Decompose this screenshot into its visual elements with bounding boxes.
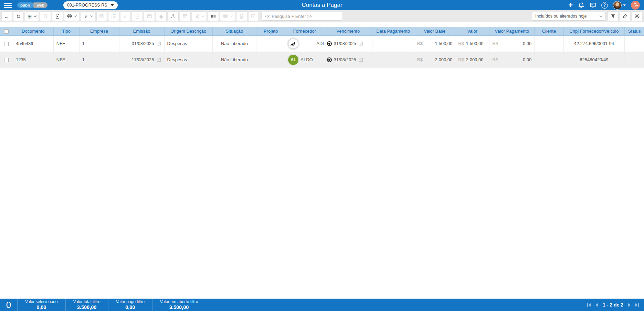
cell-origem_descricao: Despesas <box>164 52 212 68</box>
user-avatar[interactable] <box>613 1 622 10</box>
column-header-fornecedor[interactable]: Fornecedor <box>285 27 324 35</box>
first-page-icon[interactable] <box>586 302 592 308</box>
column-header-projeto[interactable]: Projeto <box>256 27 285 35</box>
contas-a-pagar-page: { "app": { "title": "Contas a Pagar", "l… <box>0 0 644 311</box>
user-menu[interactable] <box>613 1 626 10</box>
row-checkbox[interactable] <box>4 42 9 46</box>
toolbar-buttons: ←↻⊞☒✓◆☑ <box>1 11 259 21</box>
help-icon[interactable]: ? <box>601 2 608 9</box>
notifications-bell-icon[interactable] <box>578 2 584 9</box>
previous-page-icon[interactable] <box>594 302 600 308</box>
radio-indicator-icon <box>327 57 332 62</box>
sort-button[interactable] <box>80 11 95 21</box>
column-header-emissao[interactable]: Emissão <box>119 27 164 35</box>
file-remove-button <box>132 11 143 21</box>
column-header-data_pagamento[interactable]: Data Pagamento <box>372 27 414 35</box>
column-header-vencimento[interactable]: Vencimento <box>324 27 372 35</box>
list-numbered-icon <box>111 13 116 19</box>
cell-text: NFE <box>56 41 65 46</box>
eraser-icon <box>622 13 628 19</box>
sort-icon <box>83 13 88 19</box>
refresh-button[interactable]: ↻ <box>13 11 24 21</box>
export-excel-button[interactable] <box>52 11 63 21</box>
barcode-button[interactable] <box>208 11 219 21</box>
cell-emissao: 01/08/2025 <box>119 35 164 52</box>
coins-button <box>220 11 235 21</box>
next-page-icon[interactable] <box>626 302 632 308</box>
cell-origem_descricao: Despesas <box>164 35 212 52</box>
search-input[interactable] <box>262 12 342 21</box>
cell-amount: 1.500,00 <box>466 41 484 46</box>
delete-button <box>40 11 51 21</box>
currency-prefix: R$ <box>492 41 498 46</box>
column-header-cliente[interactable]: Cliente <box>535 27 563 35</box>
hamburger-menu-icon[interactable] <box>4 3 12 8</box>
last-page-icon[interactable] <box>634 302 640 308</box>
monitor-icon[interactable] <box>590 2 596 9</box>
file-excel-icon <box>55 13 60 19</box>
filter-dropdown[interactable]: Incluídos ou alterados hoje <box>532 12 605 21</box>
chevron-down-icon <box>600 14 602 17</box>
column-header-situacao[interactable]: Situação <box>212 27 256 35</box>
row-checkbox[interactable] <box>4 58 9 62</box>
currency-prefix: R$ <box>417 57 423 62</box>
radio-indicator-icon <box>327 41 332 46</box>
cell-documento: 1235 <box>13 52 53 68</box>
calendar-icon <box>358 57 363 62</box>
column-header-valor_pagamento[interactable]: Valor Pagamento <box>489 27 535 35</box>
currency-prefix: R$ <box>492 57 498 62</box>
column-header-sel[interactable] <box>0 27 13 35</box>
column-header-tipo[interactable]: Tipo <box>53 27 79 35</box>
column-header-cnpj_fornecedor_veiculo[interactable]: Cnpj Fornecedor/Veículo <box>563 27 625 35</box>
logout-button[interactable] <box>631 1 640 10</box>
select-all-checkbox[interactable] <box>4 29 9 34</box>
company-selector-value: 001-PROGRESS RS <box>67 3 107 8</box>
settings-button[interactable] <box>632 11 643 21</box>
column-header-status[interactable]: Status <box>625 27 644 35</box>
chevron-down-icon <box>90 14 93 17</box>
chevron-down-icon <box>110 4 114 6</box>
add-button[interactable]: ⊞ <box>25 11 39 21</box>
bottom-bar: 0 Valor selecionado0,00Valor total filtr… <box>0 299 644 311</box>
table-row[interactable]: 4545489NFE101/08/2025DespesasNão Liberad… <box>0 35 644 52</box>
column-header-documento[interactable]: Documento <box>13 27 53 35</box>
cell-vencimento: 31/08/2025 <box>324 52 372 68</box>
x-square-icon: ☒ <box>99 14 104 19</box>
table-row[interactable]: 1235NFE117/08/2025DespesasNão LiberadoAL… <box>0 52 644 68</box>
column-header-valor_base[interactable]: Valor Base <box>414 27 455 35</box>
filter-button[interactable] <box>608 11 619 21</box>
top-bar: publi web 001-PROGRESS RS Contas a Pagar… <box>0 0 644 10</box>
calendar-icon <box>156 57 161 62</box>
cell-text: Não Liberado <box>221 41 248 46</box>
clear-filter-button[interactable] <box>620 11 631 21</box>
gear-icon <box>634 13 640 19</box>
cell-cliente <box>535 52 563 68</box>
cell-situacao: Não Liberado <box>212 52 256 68</box>
cancel-button: ☒ <box>96 11 107 21</box>
column-header-empresa[interactable]: Empresa <box>79 27 119 35</box>
cell-fornecedor: ALALDO <box>285 52 324 68</box>
bottom-stat: Valor total filtro3.500,00 <box>65 299 108 311</box>
supplier-name: ADIDAS <box>316 41 324 46</box>
upload-button[interactable] <box>168 11 179 21</box>
bottom-stat: Valor selecionado0,00 <box>17 299 65 311</box>
diamond-button: ◆ <box>156 11 167 21</box>
supplier-avatar: AL <box>288 55 298 65</box>
column-header-origem_descricao[interactable]: Origem Descrição <box>164 27 212 35</box>
back-button[interactable]: ← <box>1 11 12 21</box>
cell-data_pagamento <box>372 35 414 52</box>
column-header-valor[interactable]: Valor <box>455 27 489 35</box>
print-button[interactable] <box>64 11 79 21</box>
card-icon <box>147 13 152 19</box>
bottom-stat: Valor pago filtro0,00 <box>108 299 152 311</box>
stat-label: Valor selecionado <box>25 299 58 304</box>
quick-add-button[interactable]: + <box>568 1 573 9</box>
cell-empresa: 1 <box>79 52 119 68</box>
calendar-icon <box>358 41 363 46</box>
cell-tipo: NFE <box>53 35 79 52</box>
adidas-logo-icon <box>290 41 297 46</box>
cell-data_pagamento <box>372 52 414 68</box>
funnel-icon <box>610 13 616 19</box>
stat-label: Valor pago filtro <box>116 299 145 304</box>
company-selector[interactable]: 001-PROGRESS RS <box>63 1 118 9</box>
